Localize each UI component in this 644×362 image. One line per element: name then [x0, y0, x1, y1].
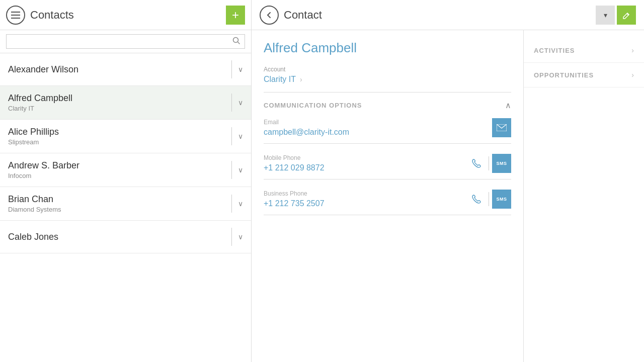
business-value[interactable]: +1 212 735 2507: [264, 199, 467, 208]
contact-name: Andrew S. Barber: [8, 160, 231, 171]
contact-list: Alexander Wilson ∨ Alfred Campbell Clari…: [0, 53, 251, 362]
left-panel: Contacts + Alexander Wilson ∨ Alfr: [0, 0, 252, 362]
list-item[interactable]: Alexander Wilson ∨: [0, 53, 251, 86]
account-name: Clarity IT: [264, 75, 296, 84]
chevron-right-icon: ›: [631, 46, 634, 54]
sms-business-button[interactable]: SMS: [492, 190, 511, 209]
comm-section-header: COMMUNICATION OPTIONS ∧: [264, 101, 511, 110]
svg-rect-1: [11, 15, 20, 16]
contact-info: Caleb Jones: [8, 232, 231, 242]
contact-info: Alfred Campbell Clarity IT: [8, 93, 231, 112]
right-header: Contact ▾: [252, 0, 644, 30]
right-panel: Contact ▾ Alfred Campbell Account Clarit…: [252, 0, 644, 362]
list-item[interactable]: Andrew S. Barber Infocom ∨: [0, 153, 251, 187]
contact-name: Alexander Wilson: [8, 64, 231, 75]
email-field: Email campbell@clarity-it.com: [264, 118, 511, 144]
call-business-button[interactable]: [467, 190, 486, 208]
list-icon: [6, 6, 25, 25]
sidebar-item-activities[interactable]: ACTIVITIES ›: [524, 38, 644, 63]
search-input[interactable]: [11, 38, 232, 46]
chevron-down-icon[interactable]: ∨: [238, 99, 243, 107]
contact-name: Caleb Jones: [8, 232, 231, 242]
sms-label: SMS: [496, 197, 507, 202]
email-value[interactable]: campbell@clarity-it.com: [264, 128, 492, 137]
chevron-right-icon: ›: [300, 75, 302, 83]
list-item[interactable]: Caleb Jones ∨: [0, 221, 251, 253]
contact-info: Andrew S. Barber Infocom: [8, 160, 231, 179]
email-row: Email campbell@clarity-it.com: [264, 118, 511, 137]
add-contact-button[interactable]: +: [226, 6, 245, 25]
account-section: Account Clarity IT ›: [264, 66, 511, 93]
account-label: Account: [264, 66, 511, 73]
svg-rect-0: [11, 12, 20, 13]
sms-mobile-button[interactable]: SMS: [492, 154, 511, 173]
contact-company: Slipstream: [8, 138, 231, 146]
chevron-right-icon: ›: [631, 71, 634, 79]
divider: [489, 192, 489, 206]
right-content: Alfred Campbell Account Clarity IT › COM…: [252, 30, 644, 362]
svg-rect-2: [11, 18, 20, 19]
divider: [231, 195, 232, 213]
email-label: Email: [264, 119, 492, 126]
page-title: Contact: [284, 9, 596, 22]
chevron-down-icon[interactable]: ∨: [238, 65, 243, 73]
divider: [231, 127, 232, 145]
contact-info: Alexander Wilson: [8, 64, 231, 75]
comm-section: COMMUNICATION OPTIONS ∧ Email campbell@c…: [264, 101, 511, 215]
svg-point-3: [233, 38, 238, 43]
business-info: Business Phone +1 212 735 2507: [264, 190, 467, 208]
chevron-down-icon[interactable]: ∨: [238, 166, 243, 174]
contact-name-heading: Alfred Campbell: [264, 40, 511, 56]
call-mobile-button[interactable]: [467, 154, 486, 172]
account-value[interactable]: Clarity IT ›: [264, 75, 511, 84]
divider: [231, 94, 232, 112]
email-info: Email campbell@clarity-it.com: [264, 119, 492, 137]
chevron-down-icon[interactable]: ∨: [238, 233, 243, 241]
list-item[interactable]: Alice Phillips Slipstream ∨: [0, 120, 251, 153]
contact-info: Alice Phillips Slipstream: [8, 127, 231, 146]
dropdown-icon: ▾: [604, 11, 607, 19]
mobile-phone-field: Mobile Phone +1 212 029 8872 SM: [264, 154, 511, 179]
back-button[interactable]: [260, 6, 279, 25]
business-row: Business Phone +1 212 735 2507: [264, 190, 511, 209]
business-actions: SMS: [467, 190, 511, 209]
contact-name: Brian Chan: [8, 194, 231, 205]
right-sidebar: ACTIVITIES › OPPORTUNITIES ›: [523, 30, 644, 362]
contact-detail: Alfred Campbell Account Clarity IT › COM…: [252, 30, 523, 362]
contact-company: Clarity IT: [8, 105, 231, 112]
comm-section-title: COMMUNICATION OPTIONS: [264, 102, 505, 109]
business-phone-field: Business Phone +1 212 735 2507: [264, 190, 511, 215]
sms-label: SMS: [496, 161, 507, 166]
svg-line-4: [238, 42, 240, 44]
search-button[interactable]: [232, 37, 240, 46]
contact-company: Infocom: [8, 172, 231, 179]
contact-info: Brian Chan Diamond Systems: [8, 194, 231, 213]
mobile-label: Mobile Phone: [264, 154, 467, 161]
dropdown-button[interactable]: ▾: [596, 6, 615, 25]
activities-label: ACTIVITIES: [534, 47, 631, 54]
mobile-info: Mobile Phone +1 212 029 8872: [264, 154, 467, 172]
divider: [489, 156, 489, 170]
email-actions: [492, 118, 511, 137]
contact-company: Diamond Systems: [8, 206, 231, 213]
divider: [231, 161, 232, 179]
add-icon: +: [232, 9, 239, 21]
edit-button[interactable]: [617, 6, 636, 25]
contact-name: Alfred Campbell: [8, 93, 231, 104]
contact-name: Alice Phillips: [8, 127, 231, 137]
mobile-value[interactable]: +1 212 029 8872: [264, 163, 467, 172]
chevron-down-icon[interactable]: ∨: [238, 200, 243, 208]
sidebar-item-opportunities[interactable]: OPPORTUNITIES ›: [524, 63, 644, 87]
contacts-title: Contacts: [30, 9, 226, 22]
chevron-down-icon[interactable]: ∨: [238, 132, 243, 140]
comm-toggle-icon[interactable]: ∧: [505, 101, 511, 110]
list-item[interactable]: Alfred Campbell Clarity IT ∨: [0, 86, 251, 120]
divider: [231, 228, 232, 246]
opportunities-label: OPPORTUNITIES: [534, 71, 631, 79]
search-input-wrap: [6, 34, 245, 49]
business-label: Business Phone: [264, 190, 467, 197]
search-bar: [0, 30, 251, 53]
send-email-button[interactable]: [492, 118, 511, 137]
list-item[interactable]: Brian Chan Diamond Systems ∨: [0, 187, 251, 221]
header-actions: ▾: [596, 6, 636, 25]
